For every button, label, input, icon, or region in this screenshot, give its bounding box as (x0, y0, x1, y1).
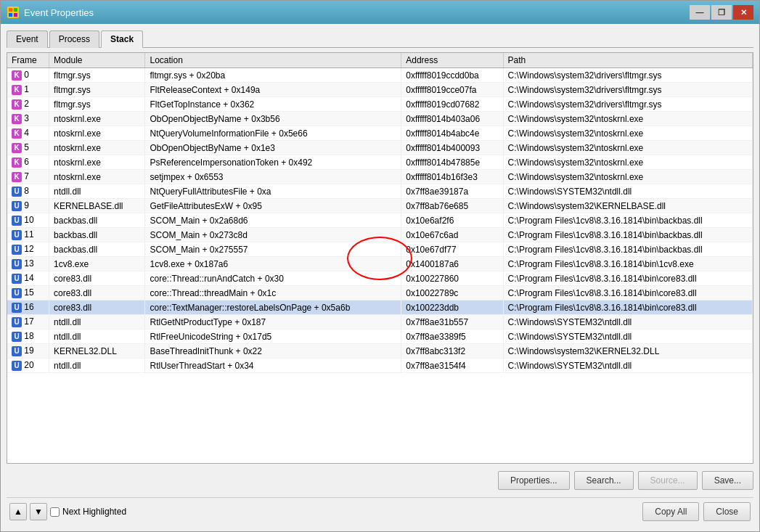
cell-frame: U 16 (7, 300, 49, 315)
cell-address: 0xfffff8019ccdd0ba (401, 68, 503, 83)
cell-path: C:\Program Files\1cv8\8.3.16.1814\bin\ba… (503, 228, 752, 242)
cell-path: C:\Program Files\1cv8\8.3.16.1814\bin\ba… (503, 213, 752, 228)
tab-process[interactable]: Process (49, 30, 99, 48)
table-row[interactable]: U 8ntdll.dllNtQueryFullAttributesFile + … (7, 184, 753, 199)
cell-location: RtlFreeUnicodeString + 0x17d5 (145, 330, 401, 344)
cell-path: C:\Windows\system32\drivers\fltmgr.sys (503, 97, 752, 112)
cell-module: ntoskrnl.exe (49, 170, 145, 184)
cell-location: FltGetTopInstance + 0x362 (145, 97, 401, 112)
cell-frame: U 18 (7, 330, 49, 344)
cell-address: 0xfffff8019cce07fa (401, 83, 503, 97)
table-row[interactable]: K 3ntoskrnl.exeObOpenObjectByName + 0x3b… (7, 112, 753, 126)
cell-frame: U 11 (7, 228, 49, 242)
table-row[interactable]: U 15core83.dllcore::Thread::threadMain +… (7, 286, 753, 300)
cell-frame: U 15 (7, 286, 49, 300)
tab-event[interactable]: Event (7, 30, 48, 48)
cell-location: NtQueryVolumeInformationFile + 0x5e66 (145, 126, 401, 141)
table-row[interactable]: K 1fltmgr.sysFltReleaseContext + 0x149a0… (7, 83, 753, 97)
cell-path: C:\Windows\system32\ntoskrnl.exe (503, 141, 752, 155)
cell-module: core83.dll (49, 271, 145, 286)
cell-module: 1cv8.exe (49, 257, 145, 271)
copy-all-button[interactable]: Copy All (642, 502, 699, 521)
cell-module: ntoskrnl.exe (49, 112, 145, 126)
cell-path: C:\Windows\SYSTEM32\ntdll.dll (503, 315, 752, 330)
cell-module: core83.dll (49, 300, 145, 315)
cell-address: 0x7ff8ae3154f4 (401, 359, 503, 373)
cell-frame: K 3 (7, 112, 49, 126)
close-window-button[interactable]: ✕ (733, 5, 753, 20)
table-row[interactable]: U 20ntdll.dllRtlUserThreadStart + 0x340x… (7, 359, 753, 373)
table-row[interactable]: U 19KERNEL32.DLLBaseThreadInitThunk + 0x… (7, 344, 753, 359)
table-row[interactable]: U 16core83.dllcore::TextManager::restore… (7, 300, 753, 315)
cell-path: C:\Program Files\1cv8\8.3.16.1814\bin\1c… (503, 257, 752, 271)
cell-location: core::Thread::runAndCatch + 0x30 (145, 271, 401, 286)
stack-table-container[interactable]: Frame Module Location Address Path K 0fl… (7, 52, 753, 464)
table-row[interactable]: K 6ntoskrnl.exePsReferenceImpersonationT… (7, 155, 753, 170)
cell-address: 0x10022789c (401, 286, 503, 300)
cell-frame: U 17 (7, 315, 49, 330)
cell-location: SCOM_Main + 0x2a68d6 (145, 213, 401, 228)
cell-frame: U 20 (7, 359, 49, 373)
cell-frame: K 5 (7, 141, 49, 155)
cell-address: 0xfffff8014b47885e (401, 155, 503, 170)
tab-stack[interactable]: Stack (101, 30, 143, 48)
table-row[interactable]: K 4ntoskrnl.exeNtQueryVolumeInformationF… (7, 126, 753, 141)
cell-module: core83.dll (49, 286, 145, 300)
save-button[interactable]: Save... (702, 471, 753, 490)
table-row[interactable]: K 7ntoskrnl.exesetjmpex + 0x65530xfffff8… (7, 170, 753, 184)
cell-frame: K 7 (7, 170, 49, 184)
scroll-up-button[interactable]: ▲ (9, 503, 27, 520)
table-row[interactable]: U 10backbas.dllSCOM_Main + 0x2a68d60x10e… (7, 213, 753, 228)
footer-close-button[interactable]: Close (703, 502, 751, 521)
search-button[interactable]: Search... (574, 471, 634, 490)
cell-module: backbas.dll (49, 213, 145, 228)
cell-address: 0x7ff8ae3389f5 (401, 330, 503, 344)
cell-location: FltReleaseContext + 0x149a (145, 83, 401, 97)
cell-module: fltmgr.sys (49, 68, 145, 83)
table-row[interactable]: K 5ntoskrnl.exeObOpenObjectByName + 0x1e… (7, 141, 753, 155)
table-row[interactable]: U 9KERNELBASE.dllGetFileAttributesExW + … (7, 199, 753, 213)
next-highlighted-label[interactable]: Next Highlighted (50, 507, 126, 517)
table-row[interactable]: U 14core83.dllcore::Thread::runAndCatch … (7, 271, 753, 286)
cell-module: ntoskrnl.exe (49, 141, 145, 155)
footer-left: ▲ ▼ Next Highlighted (9, 503, 126, 520)
cell-location: setjmpex + 0x6553 (145, 170, 401, 184)
next-highlighted-checkbox[interactable] (50, 507, 60, 517)
cell-address: 0xfffff8014b4abc4e (401, 126, 503, 141)
cell-address: 0xfffff8014b16f3e3 (401, 170, 503, 184)
maximize-button[interactable]: ❐ (711, 5, 732, 20)
cell-frame: U 12 (7, 242, 49, 257)
table-row[interactable]: K 2fltmgr.sysFltGetTopInstance + 0x3620x… (7, 97, 753, 112)
cell-location: PsReferenceImpersonationToken + 0x492 (145, 155, 401, 170)
cell-location: fltmgr.sys + 0x20ba (145, 68, 401, 83)
cell-module: backbas.dll (49, 228, 145, 242)
cell-path: C:\Windows\SYSTEM32\ntdll.dll (503, 359, 752, 373)
cell-location: SCOM_Main + 0x273c8d (145, 228, 401, 242)
cell-path: C:\Program Files\1cv8\8.3.16.1814\bin\co… (503, 286, 752, 300)
table-row[interactable]: U 17ntdll.dllRtlGetNtProductType + 0x187… (7, 315, 753, 330)
cell-location: SCOM_Main + 0x275557 (145, 242, 401, 257)
properties-button[interactable]: Properties... (498, 471, 570, 490)
cell-path: C:\Windows\system32\drivers\fltmgr.sys (503, 83, 752, 97)
minimize-button[interactable]: — (690, 5, 710, 20)
table-row[interactable]: U 131cv8.exe1cv8.exe + 0x187a60x1400187a… (7, 257, 753, 271)
cell-path: C:\Windows\system32\ntoskrnl.exe (503, 155, 752, 170)
col-header-module: Module (49, 53, 145, 68)
cell-path: C:\Windows\system32\ntoskrnl.exe (503, 112, 752, 126)
cell-frame: U 9 (7, 199, 49, 213)
cell-location: ObOpenObjectByName + 0x1e3 (145, 141, 401, 155)
table-row[interactable]: U 11backbas.dllSCOM_Main + 0x273c8d0x10e… (7, 228, 753, 242)
table-row[interactable]: U 18ntdll.dllRtlFreeUnicodeString + 0x17… (7, 330, 753, 344)
cell-module: ntoskrnl.exe (49, 126, 145, 141)
cell-address: 0xfffff8014b403a06 (401, 112, 503, 126)
col-header-location: Location (145, 53, 401, 68)
cell-location: core::Thread::threadMain + 0x1c (145, 286, 401, 300)
event-properties-window: Event Properties — ❐ ✕ Event Process Sta… (0, 0, 760, 532)
table-row[interactable]: K 0fltmgr.sysfltmgr.sys + 0x20ba0xfffff8… (7, 68, 753, 83)
scroll-down-button[interactable]: ▼ (30, 503, 47, 520)
table-row[interactable]: U 12backbas.dllSCOM_Main + 0x2755570x10e… (7, 242, 753, 257)
cell-location: RtlUserThreadStart + 0x34 (145, 359, 401, 373)
cell-path: C:\Windows\system32\ntoskrnl.exe (503, 126, 752, 141)
cell-location: GetFileAttributesExW + 0x95 (145, 199, 401, 213)
svg-rect-4 (14, 13, 17, 17)
